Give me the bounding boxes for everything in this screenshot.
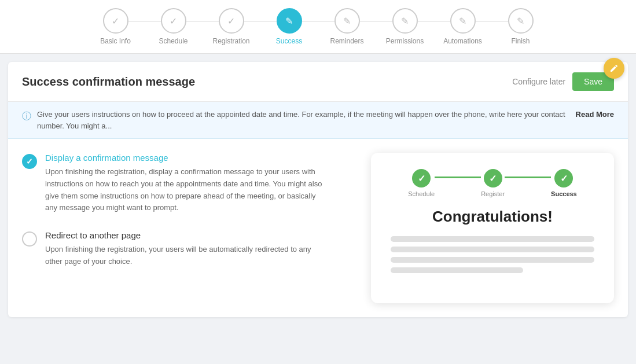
step-icon-basic-info: ✓ [112,16,119,27]
option-desc-redirect-page: Upon finishing the registration, your us… [45,244,323,268]
preview-line-4 [391,267,523,273]
header-actions: Configure later Save [512,72,614,91]
radio-display-confirmation[interactable] [22,154,37,169]
step-icon-permissions: ✎ [401,16,409,27]
step-circle-automations: ✎ [450,8,476,34]
preview-line-3 [391,257,594,263]
step-label-reminders: Reminders [330,37,363,45]
step-label-permissions: Permissions [386,37,424,45]
step-schedule[interactable]: ✓Schedule [145,8,203,45]
option-content-display-confirmation: Display a confirmation messageUpon finis… [45,153,323,214]
step-circle-permissions: ✎ [392,8,418,34]
floating-edit-button[interactable] [604,58,624,79]
preview-line-2 [391,247,594,252]
step-reminders[interactable]: ✎Reminders [318,8,376,45]
step-icon-reminders: ✎ [343,16,351,27]
preview-step-label-schedule: Schedule [408,190,435,197]
stepper: ✓Basic Info✓Schedule✓Registration✎Succes… [0,0,636,54]
right-panel: ✓ Schedule ✓ Register ✓ Success [371,153,614,303]
option-item-display-confirmation: Display a confirmation messageUpon finis… [22,153,357,214]
preview-connector-1 [435,177,481,178]
step-circle-reminders: ✎ [334,8,360,34]
preview-line-1 [391,236,594,242]
read-more-link[interactable]: Read More [576,109,614,120]
option-title-redirect-page[interactable]: Redirect to another page [45,230,323,240]
step-circle-finish: ✎ [508,8,534,34]
step-icon-schedule: ✓ [170,16,177,27]
preview-step-label-success: Success [551,190,577,197]
option-title-display-confirmation[interactable]: Display a confirmation message [45,153,323,163]
step-circle-basic-info: ✓ [103,8,128,34]
preview-lines [385,236,600,273]
step-circle-success: ✎ [277,8,302,34]
radio-redirect-page[interactable] [22,231,37,247]
configure-later-button[interactable]: Configure later [512,77,565,86]
step-icon-finish: ✎ [517,16,524,27]
step-label-basic-info: Basic Info [100,37,131,45]
preview-step-label-register: Register [481,190,505,197]
step-label-schedule: Schedule [159,37,188,45]
preview-step-circle-schedule: ✓ [412,169,431,187]
main-content: Success confirmation message Configure l… [8,62,628,317]
preview-step-register: ✓ Register [481,169,505,197]
step-registration[interactable]: ✓Registration [203,8,260,45]
info-icon: ⓘ [22,109,31,123]
left-panel: Display a confirmation messageUpon finis… [22,153,357,303]
preview-step-success: ✓ Success [551,169,577,197]
step-label-finish: Finish [511,37,530,45]
step-label-registration: Registration [212,37,249,45]
step-basic-info[interactable]: ✓Basic Info [87,8,145,45]
preview-card: ✓ Schedule ✓ Register ✓ Success [371,153,614,303]
content-body: Display a confirmation messageUpon finis… [8,139,628,317]
option-item-redirect-page: Redirect to another pageUpon finishing t… [22,230,357,268]
preview-step-circle-success: ✓ [554,169,573,187]
preview-congratulations: Congratulations! [385,208,600,226]
page-header: Success confirmation message Configure l… [8,62,628,102]
preview-steps: ✓ Schedule ✓ Register ✓ Success [385,169,600,197]
step-finish[interactable]: ✎Finish [492,8,550,45]
preview-connector-2 [505,177,551,178]
step-label-automations: Automations [443,37,482,45]
page-title: Success confirmation message [22,75,195,89]
step-automations[interactable]: ✎Automations [434,8,492,45]
step-icon-registration: ✓ [227,16,235,27]
info-text: Give your users instructions on how to p… [37,109,570,131]
option-desc-display-confirmation: Upon finishing the registration, display… [45,166,323,214]
step-circle-schedule: ✓ [161,8,186,34]
option-content-redirect-page: Redirect to another pageUpon finishing t… [45,230,323,268]
preview-step-circle-register: ✓ [484,169,502,187]
info-bar: ⓘ Give your users instructions on how to… [8,102,628,139]
step-circle-registration: ✓ [219,8,244,34]
preview-step-schedule: ✓ Schedule [408,169,435,197]
step-label-success: Success [276,37,302,45]
step-permissions[interactable]: ✎Permissions [376,8,434,45]
step-icon-automations: ✎ [459,16,466,27]
step-icon-success: ✎ [285,16,293,27]
step-success[interactable]: ✎Success [260,8,318,45]
